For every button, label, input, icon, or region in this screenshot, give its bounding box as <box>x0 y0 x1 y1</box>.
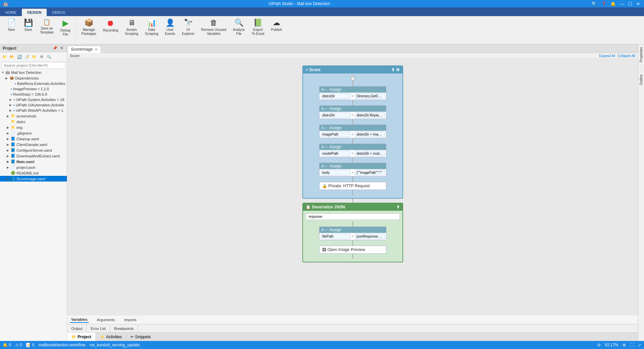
tree-item-img[interactable]: ▶ 📁 img <box>0 124 67 130</box>
help-icon[interactable]: ❓ <box>600 1 608 6</box>
dep-toggle[interactable]: ▶ <box>5 77 9 80</box>
breakpoints-panel-tab[interactable]: Breakpoints <box>110 325 138 332</box>
assign-block-4[interactable]: A↔ Assign modelPath = distroDir + modelF <box>319 144 386 157</box>
close-tab-scoreimage[interactable]: ✕ <box>95 48 97 51</box>
variables-tab[interactable]: Variables <box>70 317 89 323</box>
http-request-block[interactable]: 🔒 Private: HTTP Request <box>319 182 386 190</box>
tree-root[interactable]: ▼ 🤖 Mail box Detection <box>0 69 67 75</box>
search-icon[interactable]: 🔍 <box>590 1 598 6</box>
toolbar-btn-2[interactable]: 📂 <box>9 53 15 60</box>
maximize-button[interactable]: ☐ <box>627 1 634 6</box>
tree-item-cleanup[interactable]: ▶ 📘 Cleanup.xaml <box>0 136 67 142</box>
toolbar-btn-5[interactable]: 📁 <box>31 53 38 60</box>
outline-panel-label[interactable]: Outline <box>639 73 644 87</box>
activities-footer-tab[interactable]: ⚡ Activities <box>96 333 126 341</box>
expand-all-button[interactable]: Expand All <box>599 54 615 58</box>
assign-right-1[interactable]: Directory.GetCurre <box>355 93 384 99</box>
collapse-all-button[interactable]: Collapse All <box>618 54 635 58</box>
deserialize-collapse-icon[interactable]: ⬆ <box>396 205 400 209</box>
project-footer-tab[interactable]: 📁 Project <box>67 333 96 341</box>
zoom-in-button[interactable]: ⊕ <box>622 343 626 347</box>
tree-item-readme[interactable]: 🟢 README.md <box>0 170 67 176</box>
tree-item-main[interactable]: ▶ 📘 Main.xaml <box>0 159 67 164</box>
tree-item-screenshots[interactable]: ▶ 📁 screenshots <box>0 113 67 119</box>
assign-block-3[interactable]: A↔ Assign imagePath = distroDir + imageI <box>319 124 386 138</box>
screen-scraping-button[interactable]: 🖥 ScreenScraping <box>122 17 141 42</box>
assign-block-5[interactable]: A↔ Assign body = {""imagePath"":"" <box>319 163 386 177</box>
tree-item-webapi[interactable]: ▶ ▪ UiPath.WebAPI.Activities = 1. <box>0 108 67 113</box>
recording-button[interactable]: ⏺ Recording <box>100 17 122 42</box>
doc-tab-scoreimage[interactable]: ScoreImage ✕ <box>67 46 101 53</box>
toolbar-btn-3[interactable]: 🔄 <box>16 53 23 60</box>
response-field[interactable]: response <box>306 213 400 220</box>
tree-item-dependencies[interactable]: ▶ 📦 Dependencies <box>0 75 67 81</box>
assign-block-1[interactable]: A↔ Assign distroDir = Directory.GetCurre <box>319 86 386 100</box>
assign-block-filepath[interactable]: A↔ Assign filePath = jsonResponse.Item <box>319 227 386 240</box>
manage-packages-button[interactable]: 📦 ManagePackages <box>79 17 99 42</box>
toolbar-btn-6[interactable]: ⚙ <box>38 53 45 60</box>
minimize-button[interactable]: — <box>618 1 626 6</box>
canvas-container[interactable]: ≡ Score ⬆ ⚙ + <box>67 59 638 315</box>
assign-right-4[interactable]: distroDir + modelF <box>355 151 384 156</box>
assign-left-fp[interactable]: filePath <box>321 234 350 239</box>
toolbar-btn-4[interactable]: 📝 <box>24 53 30 60</box>
debug-button[interactable]: ▶ DebugFile <box>57 17 74 42</box>
tree-item-downloadandextract[interactable]: ▶ 📘 DownloadAndExtract.xaml <box>0 153 67 159</box>
tree-item-distro[interactable]: 📁 distro <box>0 119 67 124</box>
new-button[interactable]: 📄 New <box>3 17 19 42</box>
output-panel-tab[interactable]: Output <box>67 325 87 332</box>
project-search-input[interactable] <box>1 62 66 69</box>
save-button[interactable]: 💾 Save <box>20 17 36 42</box>
save-as-template-button[interactable]: 📋 Save asTemplate <box>37 17 57 42</box>
tree-item-gitignore[interactable]: ▶ 📄 .gitignore <box>0 130 67 136</box>
left-panel-pin-icon[interactable]: 📌 <box>52 46 58 51</box>
assign-right-3[interactable]: distroDir + imageI <box>355 132 384 137</box>
assign-left-5[interactable]: body <box>321 170 350 176</box>
assign-block-2[interactable]: A↔ Assign distroDir = distroDir.Replace(… <box>319 105 386 119</box>
tab-debug[interactable]: DEBUG <box>47 9 71 16</box>
arguments-tab[interactable]: Arguments <box>95 317 116 322</box>
assign-left-2[interactable]: distroDir <box>321 112 350 118</box>
zoom-out-button[interactable]: ⊖ <box>597 343 601 347</box>
tree-item-configureserver[interactable]: ▶ 📘 ConfigureServer.xaml <box>0 147 67 153</box>
tree-item-balareva[interactable]: ▪ BalaReva.Externals.Activities <box>0 81 67 86</box>
assign-right-2[interactable]: distroDir.Replace(" <box>355 112 384 118</box>
sequence-settings-icon[interactable]: ⚙ <box>396 67 400 72</box>
imports-tab[interactable]: Imports <box>123 317 138 322</box>
notification-icon[interactable]: 🔔 <box>609 1 617 6</box>
tree-item-scoreimage[interactable]: ▶ 📘 ScoreImage.xaml <box>0 176 67 182</box>
close-button[interactable]: ✕ <box>635 1 641 6</box>
properties-panel-label[interactable]: Properties <box>639 46 644 64</box>
tree-item-clientsample[interactable]: ▶ 📘 ClientSample.xaml <box>0 142 67 147</box>
left-panel-close-icon[interactable]: ✕ <box>59 46 64 51</box>
assign-right-fp[interactable]: jsonResponse.Item <box>355 234 384 239</box>
tab-home[interactable]: HOME <box>0 9 22 16</box>
snippets-footer-tab[interactable]: ✂ Snippets <box>126 333 155 341</box>
assign-right-5[interactable]: {""imagePath"":"" <box>355 170 384 176</box>
export-to-excel-button[interactable]: 📗 ExportTo Excel <box>249 17 267 42</box>
root-toggle-icon[interactable]: ▼ <box>1 71 5 74</box>
fit-screen-button[interactable]: ⛶ <box>630 343 634 347</box>
assign-left-1[interactable]: distroDir <box>321 93 350 99</box>
tree-item-ui-automation[interactable]: ▶ ▪ UiPath.UIAutomation.Activitie <box>0 102 67 108</box>
tree-item-restsharp[interactable]: ▪ RestSharp = 106.6.9 <box>0 92 67 97</box>
toolbar-btn-1[interactable]: 📁 <box>1 53 8 60</box>
sequence-collapse-icon[interactable]: ⬆ <box>391 67 395 72</box>
data-scraping-button[interactable]: 📊 DataScraping <box>142 17 161 42</box>
assign-left-4[interactable]: modelPath <box>321 151 350 156</box>
open-image-block[interactable]: 🖼 Open Image Preview <box>319 246 386 254</box>
tree-item-imagepreview[interactable]: ▪ ImagePreview = 1.2.0 <box>0 86 67 92</box>
error-list-panel-tab[interactable]: Error List <box>87 325 110 332</box>
analyze-file-button[interactable]: 🔍 AnalyzeFile <box>230 17 248 42</box>
tree-item-projectjson[interactable]: ▶ 📄 project.json <box>0 164 67 170</box>
remove-unused-variables-button[interactable]: 🗑 Remove UnusedVariables <box>198 17 229 42</box>
ui-explorer-button[interactable]: 🔭 UIExplorer <box>179 17 198 42</box>
assign-left-3[interactable]: imagePath <box>321 132 350 137</box>
tab-design[interactable]: DESIGN <box>22 9 47 16</box>
publish-button[interactable]: ☁ Publish <box>268 17 285 42</box>
user-events-button[interactable]: 👤 UserEvents <box>162 17 178 42</box>
add-top-connector[interactable]: + <box>350 76 355 81</box>
tree-item-system-activities[interactable]: ▶ ▪ UiPath.System.Activities = 18. <box>0 97 67 102</box>
toolbar-btn-7[interactable]: 🔍 <box>46 53 52 60</box>
expand-button[interactable]: ⤢ <box>638 343 641 347</box>
